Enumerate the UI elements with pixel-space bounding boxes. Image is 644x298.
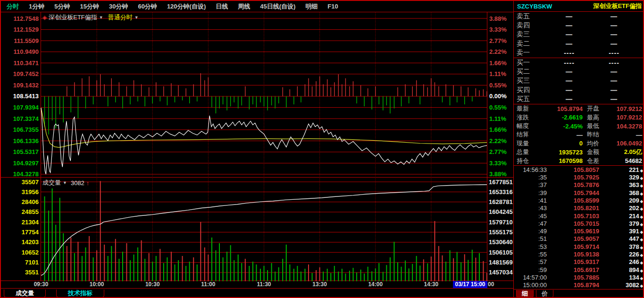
tick-price: 105.7925 — [547, 174, 599, 181]
ask-row[interactable]: 卖五—— — [514, 12, 644, 21]
time-axis-label: 13:30 — [312, 281, 327, 288]
tick-row: :35105.7925329◆ — [514, 174, 644, 181]
ask-row[interactable]: 卖三—— — [514, 30, 644, 39]
menu-item-明细[interactable]: 明细 — [305, 2, 318, 11]
info-label: 最新 — [514, 104, 542, 113]
tick-diamond-icon: ◆ — [640, 192, 643, 196]
tick-volume: 134◆ — [599, 274, 644, 281]
tick-time: :43 — [514, 204, 547, 212]
period-menubar: 分时1分钟5分钟15分钟30分钟60分钟120分钟(自设)日线周线45日线(自设… — [1, 1, 519, 12]
oi-axis-label: 1604245 — [489, 208, 513, 215]
oi-axis-label: 1457034 — [489, 269, 513, 276]
info-value: -2.45% — [542, 123, 583, 130]
book-price: — — [547, 95, 592, 103]
info-value: 2.05亿 — [611, 148, 644, 156]
tick-time: 14:56:33 — [514, 166, 547, 173]
tick-list[interactable]: 14:56:33105.8057221◆:35105.7925329◆:3710… — [514, 165, 644, 289]
tick-time: 15:00:00 — [514, 281, 547, 289]
chevron-down-icon[interactable]: ▼ — [99, 15, 103, 20]
tick-row: :55105.9138226◆ — [514, 251, 644, 258]
chart-title[interactable]: ◈ 深创业板ETF偏指 ▼ 普通分时 ▼ — [42, 13, 139, 22]
volume-pane-title[interactable]: 成交量 ▼ 3082 ↑ — [42, 179, 89, 187]
menu-item-60分钟[interactable]: 60分钟 — [138, 2, 157, 11]
tick-diamond-icon: ◆ — [640, 230, 643, 234]
bid-row[interactable]: 买二—— — [514, 68, 644, 76]
tick-time: :59 — [514, 266, 547, 273]
info-row: 结算—昨结— — [514, 130, 644, 139]
bid-row[interactable]: 买五—— — [514, 95, 644, 103]
menu-item-分时[interactable]: 分时 — [7, 2, 19, 11]
info-label: 总量 — [514, 148, 542, 156]
volume-axis-label: 24855 — [22, 208, 39, 215]
ask-row[interactable]: 卖一-------- — [514, 49, 644, 57]
info-row: 持仓1670598仓差54682 — [514, 157, 644, 165]
tick-diamond-icon: ◆ — [640, 184, 643, 188]
menu-item-F10[interactable]: F10 — [327, 3, 338, 10]
book-volume: — — [592, 31, 636, 38]
menu-item-周线[interactable]: 周线 — [238, 2, 250, 11]
tick-diamond-icon: ◆ — [640, 207, 643, 211]
menu-item-1分钟[interactable]: 1分钟 — [29, 2, 44, 11]
chevron-down-icon[interactable]: ▼ — [63, 180, 67, 185]
tick-diamond-icon: ◆ — [640, 276, 643, 281]
tab-成交量[interactable]: 成交量 — [4, 289, 46, 298]
menu-item-120分钟(自设)[interactable]: 120分钟(自设) — [167, 2, 206, 11]
book-price: ---- — [547, 59, 592, 67]
volume-indicator-label[interactable]: 成交量 — [42, 179, 61, 187]
info-value: -2.6619 — [542, 114, 583, 121]
info-label: 幅度 — [514, 122, 542, 130]
pct-axis-label: 0.55% — [489, 104, 507, 111]
info-row: 幅度-2.45%最低104.3278 — [514, 122, 644, 130]
oi-axis-label: 1506105 — [489, 249, 513, 256]
info-label: 持仓 — [514, 157, 542, 165]
info-label: 仓差 — [583, 157, 611, 165]
price-axis-label: 104.9297 — [13, 160, 39, 167]
price-axis-label: 110.3471 — [13, 60, 39, 67]
menu-item-30分钟[interactable]: 30分钟 — [109, 2, 128, 11]
tick-price: 105.7103 — [547, 213, 599, 220]
tick-panel-tabs: 细价 — [514, 289, 644, 298]
price-axis-label: 112.7548 — [13, 15, 39, 22]
order-book-bids: 买一--------买二——买三——买四——买五—— — [514, 58, 644, 104]
menu-item-15分钟[interactable]: 15分钟 — [80, 2, 99, 11]
info-value: 107.9212 — [611, 105, 644, 112]
tick-volume: 209◆ — [599, 197, 644, 204]
tick-price: 105.7876 — [547, 181, 599, 188]
bid-row[interactable]: 买一-------- — [514, 59, 644, 67]
info-label: 结算 — [514, 130, 542, 139]
book-volume: — — [592, 86, 636, 94]
menu-item-5分钟[interactable]: 5分钟 — [54, 2, 70, 11]
chart-canvas[interactable]: 112.75483.88%112.15293.33%111.55092.77%1… — [1, 1, 513, 298]
quote-info-grid: 最新105.8794开盘107.9212涨跌-2.6619最高107.9212幅… — [514, 104, 644, 165]
oi-axis-label: 1555175 — [489, 229, 513, 236]
bid-row[interactable]: 买三—— — [514, 77, 644, 85]
tick-price: 105.8794 — [547, 281, 599, 289]
chart-mode-label[interactable]: 普通分时 — [108, 13, 133, 22]
tab-技术指标[interactable]: 技术指标 — [56, 289, 104, 298]
price-axis-label: 104.3278 — [13, 170, 39, 178]
ask-row[interactable]: 卖四—— — [514, 21, 644, 30]
info-row: 涨跌-2.6619最高107.9212 — [514, 113, 644, 122]
book-level-label: 卖二 — [514, 40, 547, 48]
uptick-arrow-icon: ↑ — [86, 179, 90, 187]
last-volume-value: 3082 — [71, 179, 84, 187]
pct-axis-label: 3.33% — [489, 26, 507, 33]
tick-time: :35 — [514, 174, 547, 181]
price-axis-label: 107.9394 — [13, 104, 39, 111]
tab-价[interactable]: 价 — [536, 290, 553, 298]
tick-price: 105.9619 — [547, 228, 599, 235]
ask-row[interactable]: 卖二—— — [514, 40, 644, 48]
menu-item-日线[interactable]: 日线 — [216, 2, 228, 11]
menu-item-45日线(自设)[interactable]: 45日线(自设) — [260, 2, 295, 11]
oi-axis-label: 1481569 — [489, 259, 513, 266]
bid-row[interactable]: 买四—— — [514, 86, 644, 94]
tick-time: :41 — [514, 197, 547, 204]
info-label: 均价 — [583, 139, 611, 148]
time-axis-label: 11:30 — [257, 281, 271, 288]
pct-axis-label: 1.11% — [489, 115, 507, 122]
instrument-name[interactable]: 深创业板ETF偏指 — [49, 13, 97, 22]
tab-细[interactable]: 细 — [516, 290, 534, 298]
tick-price: 105.9317 — [547, 258, 599, 265]
book-volume: — — [592, 68, 636, 76]
chevron-down-icon[interactable]: ▼ — [134, 15, 139, 20]
